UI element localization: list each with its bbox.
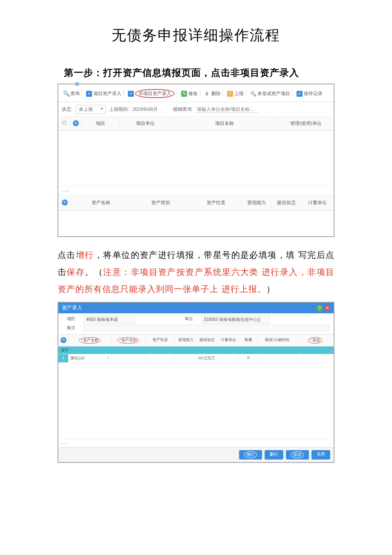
refresh-button[interactable]: ↻ [58,335,69,346]
col-measure-unit: 计量单位 [218,335,239,346]
s2-form: 地区 4600 海南省本级 单位 318003 海南省财政信息中心() 备注 [58,313,334,334]
cell-asset-category[interactable] [111,354,145,362]
unit-field[interactable]: 318003 海南省财政信息中心() [202,316,270,324]
add-row-button[interactable]: 增行 [239,450,262,460]
operation-log-button[interactable]: ≡操作记录 [294,89,325,98]
col-quantity: 数量 [239,335,258,346]
col-asset-nature: 资产性质 [190,195,242,210]
report-button[interactable]: ⇧上报 [225,89,246,98]
cell-asset-name[interactable]: 测试123× [69,354,111,362]
save-button[interactable]: 保存 [286,450,309,460]
delete-button[interactable]: 🗑删除 [202,89,223,98]
col-asset-name: 资产名称 [71,195,131,210]
col-region: 地区 [81,117,120,130]
col-build-status: 建设状态 [271,195,301,210]
close-icon[interactable]: ✕ [324,305,330,311]
delete-row-button[interactable]: 删行 [265,450,283,460]
s2-total-row: 合计 [58,347,334,354]
query-button[interactable]: 🔍查询 [61,89,82,98]
close-button[interactable]: 关闭 [311,450,330,460]
callout-circle: 非项目资产录入 [135,89,175,98]
modify-button[interactable]: ✎修改 [179,89,200,98]
col-measure-unit: 计量单位 [301,195,334,210]
project-asset-entry-button[interactable]: +项目资产录入 [84,89,124,98]
edit-icon: ✎ [181,91,187,97]
cell-liquidity[interactable] [175,354,196,362]
s1-subtable-header: ↻ 资产名称 资产类别 资产性质 变现能力 建设状态 计量单位 [58,195,334,211]
refresh-button[interactable]: ↻ [58,195,71,210]
col-build-status: 建设状态 [196,335,218,346]
chevron-down-icon [100,108,104,110]
col-asset-nature: 资产性质 [145,335,175,346]
cell-build-status[interactable]: 03 已完工 [196,354,218,362]
screenshot-2: 资产录入 ? ✕ 地区 4600 海南省本级 单位 318003 海南省财政信息… [58,302,334,463]
s1-table-body [58,130,334,186]
col-original-value: *原值 [297,335,334,346]
status-label: 状态: [62,106,72,113]
clear-icon[interactable]: × [107,356,109,360]
instruction-paragraph: 点击增行，将单位的资产进行填报，带星号的是必填项，填 写完后点击保存。（注意：非… [58,246,334,298]
cell-time[interactable] [258,354,297,362]
col-asset-category: 资产类别 [131,195,190,210]
cell-quantity[interactable]: 0 [239,354,258,362]
period-value: 2018年08月 [133,106,158,113]
search-icon: 🔍 [250,91,256,97]
nonproject-asset-entry-button[interactable]: +非项目资产录入 [126,88,177,99]
col-time: 建设/入账时间 [258,335,297,346]
refresh-icon: ↻ [73,120,79,126]
col-asset-category: *资产类别 [111,335,145,346]
s2-table-header: ↻ *资产名称 *资产类别 资产性质 变现能力 建设状态 计量单位 数量 建设/… [58,334,334,347]
col-liquidity: 变现能力 [175,335,196,346]
s1-pager[interactable]: ‹ › ‹ [58,186,334,195]
s2-table-body [58,363,334,439]
remark-label: 备注 [63,325,75,331]
period-label: 上报期间: [109,106,129,113]
screenshot-1: 🔍查询 +项目资产录入 +非项目资产录入 ✎修改 🗑删除 ⇧上报 🔍未形成资产项… [58,84,334,237]
col-manager-unit: 管理(使用)单位 [278,117,334,130]
search-icon: 🔍 [63,91,69,97]
col-asset-name: *资产名称 [69,335,111,346]
s1-filters: 状态: 未上报 上报期间: 2018年08月 模糊查询 [58,102,334,117]
dialog-title: 资产录入 [62,304,82,312]
plus-icon: + [86,91,92,97]
s2-footer: 增行 删行 保存 关闭 [58,447,334,462]
col-project-name: 项目名称 [171,117,278,130]
cell-unit[interactable] [218,354,239,362]
refresh-icon: ↻ [61,337,66,343]
cell-original-value[interactable] [297,354,334,362]
col-project-unit: 项目单位 [120,117,171,130]
region-label: 地区 [63,316,75,324]
trash-icon: 🗑 [204,91,210,97]
refresh-button[interactable]: ↻ [70,117,81,130]
list-icon: ≡ [297,91,303,97]
unit-label: 单位 [180,316,193,324]
row-index: 1 [58,354,69,362]
s1-subtable-body [58,211,334,236]
col-liquidity: 变现能力 [242,195,271,210]
step-1-heading: 第一步：打开资产信息填报页面，点击非项目资产录入 [64,66,337,79]
document-title: 无债务申报详细操作流程 [0,26,392,45]
s2-pager[interactable]: ‹ › ‹ › [58,439,334,447]
region-field[interactable]: 4600 海南省本级 [84,316,135,324]
cell-asset-nature[interactable] [145,354,175,362]
upload-icon: ⇧ [227,91,233,97]
fuzzy-input[interactable] [195,106,259,113]
fuzzy-label: 模糊查询 [173,106,192,113]
remark-field[interactable] [84,325,329,331]
refresh-icon: ↻ [62,199,68,205]
unformed-asset-button[interactable]: 🔍未形成资产项目 [248,89,293,98]
table-row[interactable]: 1 测试123× 03 已完工 0 [58,354,334,363]
plus-icon: + [128,91,134,97]
select-all-checkbox[interactable]: ☐ [58,117,70,130]
s1-toolbar: 🔍查询 +项目资产录入 +非项目资产录入 ✎修改 🗑删除 ⇧上报 🔍未形成资产项… [58,84,334,102]
help-icon[interactable]: ? [317,305,323,311]
status-select[interactable]: 未上报 [76,105,106,114]
s1-table-header: ☐ ↻ 地区 项目单位 项目名称 管理(使用)单位 [58,117,334,130]
s2-dialog-header: 资产录入 ? ✕ [58,303,334,313]
